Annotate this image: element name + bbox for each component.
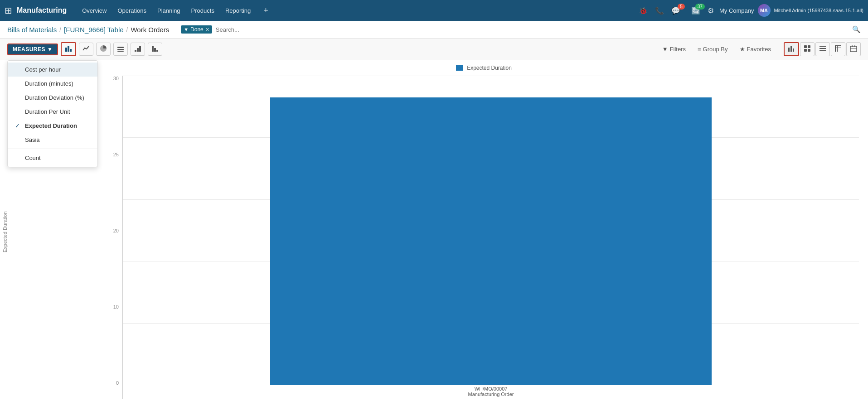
- graph-view-button[interactable]: [784, 42, 799, 56]
- graph-view-icon: [788, 46, 795, 53]
- nav-item-products[interactable]: Products: [186, 5, 220, 16]
- stack-chart-button[interactable]: [113, 43, 128, 56]
- app-name[interactable]: Manufacturing: [17, 6, 67, 15]
- svg-rect-3: [117, 47, 124, 48]
- dropdown-item-count[interactable]: Count: [8, 151, 97, 165]
- dropdown-item-expected-duration[interactable]: ✓ Expected Duration: [8, 119, 97, 133]
- svg-rect-10: [154, 48, 156, 52]
- grid-view-button[interactable]: [800, 42, 815, 56]
- update-badge-btn[interactable]: 🔄 37: [689, 6, 702, 15]
- list-view-button[interactable]: [815, 42, 830, 56]
- bug-icon[interactable]: 🐞: [637, 5, 650, 16]
- x-axis-label: WH/MO/00007: [475, 386, 508, 392]
- pie-chart-button[interactable]: [96, 43, 111, 56]
- chart-legend: Expected Duration: [109, 65, 859, 71]
- svg-rect-29: [850, 48, 857, 48]
- calendar-view-button[interactable]: [846, 42, 861, 56]
- nav-item-reporting[interactable]: Reporting: [220, 5, 256, 16]
- svg-rect-2: [70, 49, 72, 52]
- chat-badge-btn[interactable]: 💬 5: [669, 6, 682, 15]
- user-name[interactable]: Mitchell Admin (15987438-saas-15-1-all): [774, 8, 863, 13]
- nav-items: OverviewOperationsPlanningProductsReport…: [77, 7, 256, 14]
- nav-item-planning[interactable]: Planning: [152, 5, 186, 16]
- pie-chart-icon: [100, 46, 107, 53]
- nav-add[interactable]: +: [258, 4, 274, 17]
- dropdown-item-sasia[interactable]: Sasia: [8, 133, 97, 147]
- legend-color-box: [456, 65, 463, 71]
- pivot-view-icon: [834, 46, 842, 53]
- breadcrumb-bar: Bills of Materials / [FURN_9666] Table /…: [0, 21, 868, 39]
- grid-view-icon: [804, 46, 811, 53]
- dropdown-item-duration-minutes[interactable]: Duration (minutes): [8, 77, 97, 91]
- search-icon[interactable]: 🔍: [852, 25, 861, 34]
- dropdown-item-duration-deviation[interactable]: Duration Deviation (%): [8, 91, 97, 105]
- top-navigation: ⊞ Manufacturing OverviewOperationsPlanni…: [0, 0, 868, 21]
- svg-rect-6: [135, 50, 136, 52]
- sort-asc-button[interactable]: [131, 43, 145, 56]
- filter-tag-done[interactable]: ▼ Done ✕: [181, 25, 212, 34]
- calendar-view-icon: [850, 46, 857, 53]
- measures-dropdown: Cost per hour Duration (minutes) Duratio…: [7, 60, 98, 167]
- dropdown-divider: [8, 149, 97, 149]
- y-25: 25: [113, 152, 119, 157]
- bar-chart-button[interactable]: [61, 42, 76, 56]
- y-0: 0: [116, 380, 119, 386]
- settings-icon[interactable]: ⚙: [706, 5, 716, 16]
- svg-rect-22: [835, 45, 841, 46]
- svg-rect-7: [137, 48, 139, 52]
- avatar[interactable]: MA: [758, 4, 771, 17]
- phone-icon[interactable]: 📞: [653, 5, 666, 16]
- favorites-button[interactable]: ★ Favorites: [736, 44, 775, 54]
- nav-item-operations[interactable]: Operations: [112, 5, 152, 16]
- bar-container: [123, 76, 859, 385]
- svg-rect-26: [850, 46, 857, 52]
- breadcrumb-bom[interactable]: Bills of Materials: [7, 26, 57, 34]
- sort-asc-icon: [134, 46, 141, 53]
- measures-label: MEASURES: [13, 46, 45, 53]
- filters-label: Filters: [670, 46, 686, 53]
- app-grid-icon[interactable]: ⊞: [5, 5, 12, 16]
- svg-rect-14: [793, 48, 794, 52]
- chart-plot: WH/MO/00007 Manufacturing Order: [122, 76, 859, 399]
- legend-label: Expected Duration: [467, 65, 512, 71]
- bar-chart-icon: [65, 46, 72, 53]
- svg-rect-15: [804, 45, 807, 48]
- toolbar: MEASURES ▼: [0, 39, 868, 60]
- svg-rect-8: [139, 46, 141, 52]
- svg-rect-13: [790, 46, 792, 52]
- search-input[interactable]: [216, 26, 849, 33]
- pivot-view-button[interactable]: [831, 42, 845, 56]
- content-area: Cost per hour Duration (minutes) Duratio…: [0, 60, 868, 404]
- dropdown-item-duration-per-unit[interactable]: Duration Per Unit: [8, 105, 97, 119]
- filter-tag-close[interactable]: ✕: [205, 27, 209, 33]
- y-30: 30: [113, 76, 119, 81]
- svg-rect-16: [808, 45, 810, 48]
- groupby-icon: ≡: [698, 46, 701, 53]
- sort-desc-button[interactable]: [148, 43, 162, 56]
- breadcrumb-sep-1: /: [59, 26, 61, 33]
- filters-button[interactable]: ▼ Filters: [659, 44, 689, 54]
- groupby-button[interactable]: ≡ Group By: [694, 44, 732, 54]
- breadcrumb-furn[interactable]: [FURN_9666] Table: [64, 26, 123, 34]
- measures-dropdown-arrow: ▼: [47, 46, 53, 53]
- company-name[interactable]: My Company: [719, 7, 754, 14]
- chart-inner: 30 25 20 10 0: [109, 76, 859, 399]
- measures-button[interactable]: MEASURES ▼: [7, 44, 58, 55]
- sort-desc-icon: [151, 46, 159, 53]
- dropdown-item-cost-per-hour[interactable]: Cost per hour: [8, 63, 97, 77]
- svg-rect-24: [835, 48, 841, 48]
- svg-rect-17: [804, 49, 807, 52]
- y-20: 20: [113, 228, 119, 233]
- chart-bar[interactable]: [270, 97, 712, 385]
- toolbar-right: ▼ Filters ≡ Group By ★ Favorites: [659, 42, 861, 56]
- line-chart-button[interactable]: [79, 43, 93, 56]
- svg-rect-20: [820, 48, 826, 49]
- update-badge: 37: [695, 4, 705, 10]
- svg-rect-21: [820, 50, 826, 51]
- stack-chart-icon: [117, 46, 124, 53]
- svg-rect-11: [156, 50, 158, 52]
- chat-badge: 5: [678, 4, 685, 10]
- svg-rect-18: [808, 49, 810, 52]
- groupby-label: Group By: [703, 46, 728, 53]
- nav-item-overview[interactable]: Overview: [77, 5, 112, 16]
